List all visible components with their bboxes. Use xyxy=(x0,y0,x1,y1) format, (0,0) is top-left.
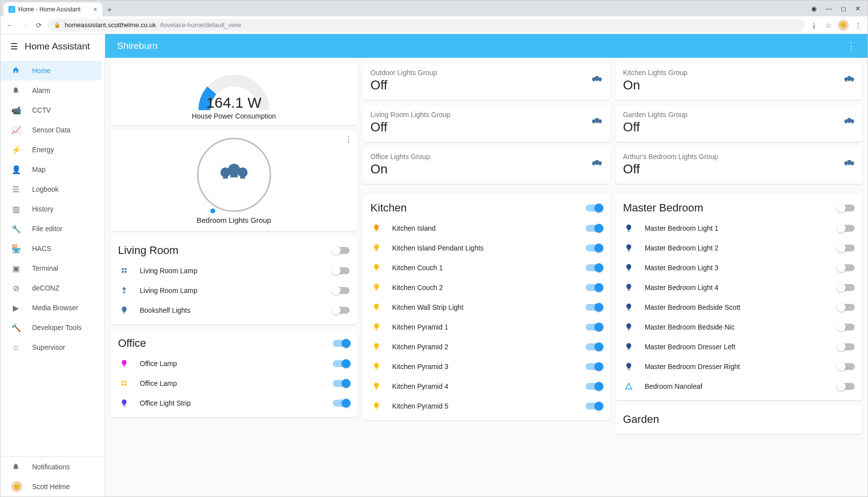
entity-toggle[interactable] xyxy=(586,403,602,410)
bulb-icon[interactable] xyxy=(624,302,634,312)
entity-label[interactable]: Office Lamp xyxy=(140,360,322,368)
entity-toggle[interactable] xyxy=(838,284,855,291)
window-maximize[interactable]: ◻ xyxy=(841,5,846,12)
entity-label[interactable]: Master Bedroom Light 1 xyxy=(645,224,827,232)
sidebar-item-hacs[interactable]: 🏪HACS xyxy=(0,239,105,258)
entity-toggle[interactable] xyxy=(333,307,350,314)
bulb-icon[interactable] xyxy=(371,322,381,332)
bulb-icon[interactable] xyxy=(119,398,129,408)
sidebar-item-cctv[interactable]: 📹CCTV xyxy=(0,100,105,120)
entity-label[interactable]: Master Bedroom Light 3 xyxy=(645,264,827,272)
new-tab-button[interactable]: + xyxy=(102,3,117,16)
dots-icon[interactable] xyxy=(119,378,129,388)
entity-label[interactable]: Master Bedroom Light 4 xyxy=(645,284,827,291)
entity-toggle[interactable] xyxy=(586,245,602,251)
bulb-icon[interactable] xyxy=(371,283,381,292)
sidebar-item-file-editor[interactable]: 🔧File editor xyxy=(0,219,105,239)
entity-toggle[interactable] xyxy=(586,304,602,311)
bulb-icon[interactable] xyxy=(371,302,381,312)
group-toggle[interactable] xyxy=(333,247,350,254)
entity-label[interactable]: Office Lamp xyxy=(140,379,322,387)
browser-menu-icon[interactable]: ⋮ xyxy=(853,19,864,31)
bulb-icon[interactable] xyxy=(624,342,634,352)
entity-label[interactable]: Kitchen Wall Strip Light xyxy=(392,303,574,311)
bulb-icon[interactable] xyxy=(371,223,381,233)
entity-toggle[interactable] xyxy=(838,363,855,370)
bulb-icon[interactable] xyxy=(624,223,634,233)
bulb-icon[interactable] xyxy=(371,381,381,391)
entity-toggle[interactable] xyxy=(838,343,855,350)
bulb-icon[interactable] xyxy=(371,342,381,352)
entity-toggle[interactable] xyxy=(333,360,350,367)
entity-toggle[interactable] xyxy=(333,400,350,407)
entity-label[interactable]: Bookshelf Lights xyxy=(140,306,322,314)
entity-toggle[interactable] xyxy=(838,383,855,390)
window-close[interactable]: ✕ xyxy=(855,5,861,12)
entity-label[interactable]: Kitchen Pyramid 5 xyxy=(392,402,574,410)
bookmark-icon[interactable]: ☆ xyxy=(824,19,834,31)
reload-button[interactable]: ⟳ xyxy=(34,19,44,31)
entity-toggle[interactable] xyxy=(333,267,350,274)
sidebar-item-deconz[interactable]: ⊘deCONZ xyxy=(0,278,105,298)
entity-toggle[interactable] xyxy=(838,304,855,311)
sidebar-item-terminal[interactable]: ▣Terminal xyxy=(0,258,105,278)
entity-label[interactable]: Living Room Lamp xyxy=(140,287,322,294)
entity-label[interactable]: Master Bedroom Light 2 xyxy=(645,244,827,252)
tab-close-icon[interactable]: × xyxy=(93,5,97,13)
sidebar-item-history[interactable]: ▥History xyxy=(0,199,105,219)
entity-label[interactable]: Living Room Lamp xyxy=(140,267,322,275)
profile-avatar[interactable]: 🙂 xyxy=(838,20,849,31)
entity-label[interactable]: Kitchen Couch 2 xyxy=(392,284,574,291)
sidebar-item-map[interactable]: 👤Map xyxy=(0,160,105,179)
lamp-icon[interactable] xyxy=(119,286,129,295)
triangle-icon[interactable] xyxy=(624,381,634,391)
entity-toggle[interactable] xyxy=(333,287,350,294)
entity-label[interactable]: Kitchen Pyramid 4 xyxy=(392,382,574,390)
sidebar-item-alarm[interactable]: Alarm xyxy=(0,81,105,100)
entity-toggle[interactable] xyxy=(586,363,602,370)
group-toggle[interactable] xyxy=(586,205,602,211)
bulb-icon[interactable] xyxy=(119,305,129,315)
entity-toggle[interactable] xyxy=(838,225,855,232)
back-button[interactable]: ← xyxy=(4,19,15,31)
group-card[interactable]: Office Lights GroupOn xyxy=(362,147,610,184)
group-card[interactable]: Living Room Lights GroupOff xyxy=(362,105,610,142)
entity-label[interactable]: Kitchen Pyramid 2 xyxy=(392,343,574,351)
entity-toggle[interactable] xyxy=(586,383,602,390)
entity-label[interactable]: Master Bedroom Bedside Nic xyxy=(645,323,827,331)
entity-toggle[interactable] xyxy=(333,380,350,387)
dots-icon[interactable] xyxy=(119,266,129,276)
bulb-icon[interactable] xyxy=(624,263,634,273)
entity-label[interactable]: Master Bedroom Dresser Right xyxy=(645,363,827,371)
hamburger-icon[interactable]: ☰ xyxy=(10,41,18,52)
topbar-menu-icon[interactable]: ⋮ xyxy=(847,41,856,51)
entity-toggle[interactable] xyxy=(586,264,602,271)
bulb-icon[interactable] xyxy=(624,362,634,372)
bulb-icon[interactable] xyxy=(371,243,381,253)
sidebar-item-sensor-data[interactable]: 📈Sensor Data xyxy=(0,120,105,140)
entity-label[interactable]: Kitchen Island xyxy=(392,224,574,232)
bulb-icon[interactable] xyxy=(119,359,129,369)
window-minimize[interactable]: — xyxy=(826,5,832,12)
entity-toggle[interactable] xyxy=(838,245,855,251)
address-bar[interactable]: 🔒 homeassistant.scotthelme.co.uk/lovelac… xyxy=(48,19,805,32)
bulb-icon[interactable] xyxy=(371,362,381,372)
bulb-icon[interactable] xyxy=(624,243,634,253)
entity-toggle[interactable] xyxy=(838,264,855,271)
chrome-account-icon[interactable]: ◉ xyxy=(811,5,817,12)
entity-toggle[interactable] xyxy=(586,225,602,232)
sidebar-item-notifications[interactable]: Notifications xyxy=(0,457,105,477)
group-card[interactable]: Outdoor Lights GroupOff xyxy=(362,63,610,100)
entity-label[interactable]: Kitchen Couch 1 xyxy=(392,264,574,272)
group-toggle[interactable] xyxy=(333,340,350,347)
entity-label[interactable]: Kitchen Island Pendant Lights xyxy=(392,244,574,252)
entity-label[interactable]: Master Bedroom Bedside Scott xyxy=(645,303,827,311)
sidebar-item-home[interactable]: Home xyxy=(0,61,102,81)
light-ring[interactable] xyxy=(197,138,271,212)
group-card[interactable]: Garden Lights GroupOff xyxy=(615,105,863,142)
group-card[interactable]: Kitchen Lights GroupOn xyxy=(615,63,863,100)
sidebar-item-scott-helme[interactable]: 🙂Scott Helme xyxy=(0,477,105,497)
browser-tab[interactable]: ⌂ Home - Home Assistant × xyxy=(3,2,102,16)
group-card[interactable]: Arthur's Bedroom Lights GroupOff xyxy=(615,147,863,184)
install-app-icon[interactable]: ⭳ xyxy=(809,19,820,31)
